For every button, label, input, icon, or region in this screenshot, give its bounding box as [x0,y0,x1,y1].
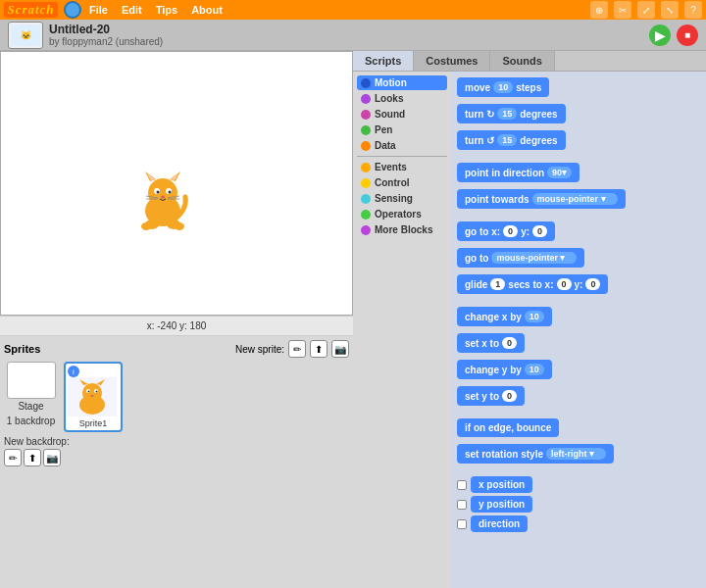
category-motion[interactable]: Motion [357,75,447,90]
y-position-checkbox[interactable] [457,500,467,510]
duplicate-icon[interactable]: ⊕ [590,1,608,19]
menubar: Scratch File Edit Tips About ⊕ ✂ ⤢ ⤡ ? [0,0,706,20]
stage-canvas [0,51,353,316]
stop-button[interactable]: ■ [677,24,698,46]
block-set-y[interactable]: set y to 0 [457,386,525,406]
camera-backdrop-button[interactable]: 📷 [43,449,61,466]
project-title: Untitled-20 [49,23,163,36]
stage-area: x: -240 y: 180 Sprites New sprite: ✏ ⬆ 📷 [0,51,353,588]
menu-tips[interactable]: Tips [150,4,183,16]
block-turn-ccw[interactable]: turn ↺ 15 degrees [457,130,566,150]
block-point-direction[interactable]: point in direction 90▾ [457,163,580,182]
grow-icon[interactable]: ⤢ [637,1,655,19]
sprites-panel: Sprites New sprite: ✏ ⬆ 📷 Stage [0,335,353,588]
x-position-label[interactable]: x position [471,476,532,493]
svg-point-3 [148,178,177,208]
block-turn-cw[interactable]: turn ↻ 15 degrees [457,104,566,123]
sprite-name: Sprite1 [68,418,119,428]
sprite-thumbnail [68,377,117,416]
shrink-icon[interactable]: ⤡ [661,1,679,19]
category-pen[interactable]: Pen [357,122,447,137]
svg-point-19 [141,222,151,230]
coords-text: x: -240 y: 180 [147,320,207,331]
block-move[interactable]: move 10 steps [457,77,549,97]
block-if-on-edge[interactable]: if on edge, bounce [457,418,559,437]
new-backdrop-section: New backdrop: ✏ ⬆ 📷 [4,436,349,466]
new-sprite-area: New sprite: ✏ ⬆ 📷 [235,340,349,358]
backdrop-icons: ✏ ⬆ 📷 [4,449,349,466]
block-set-x[interactable]: set x to 0 [457,333,525,353]
globe-icon[interactable] [64,1,81,19]
stage-backdrop: 1 backdrop [4,414,58,428]
category-operators[interactable]: Operators [357,207,447,221]
menu-about[interactable]: About [185,4,228,16]
svg-point-29 [96,391,98,393]
block-change-x[interactable]: change x by 10 [457,307,552,326]
category-data[interactable]: Data [357,138,447,153]
scripts-area: Scripts Costumes Sounds Motion Looks Sou… [353,51,706,588]
block-change-y[interactable]: change y by 10 [457,360,552,379]
scratch-logo: Scratch [4,2,58,18]
svg-marker-25 [96,379,105,385]
block-direction[interactable]: direction [457,515,700,532]
block-y-position[interactable]: y position [457,496,700,513]
blocks-list: move 10 steps turn ↻ 15 degrees turn ↺ 1… [451,72,706,588]
upload-backdrop-button[interactable]: ⬆ [24,449,41,466]
block-goto-target[interactable]: go to mouse-pointer ▾ [457,248,584,268]
category-sound[interactable]: Sound [357,107,447,122]
toolbar: 🐱 Untitled-20 by floppyman2 (unshared) ▶… [0,20,706,51]
scripts-tabs: Scripts Costumes Sounds [353,51,706,72]
cat-sprite [128,170,197,238]
svg-point-23 [82,383,102,403]
tab-sounds[interactable]: Sounds [490,51,554,71]
menu-edit[interactable]: Edit [116,4,148,16]
tab-costumes[interactable]: Costumes [414,51,490,71]
new-sprite-label: New sprite: [235,344,284,355]
list-item[interactable]: i [64,362,123,432]
direction-label[interactable]: direction [471,515,528,532]
category-sensing[interactable]: Sensing [357,191,447,206]
tab-scripts[interactable]: Scripts [353,51,414,71]
help-icon[interactable]: ? [684,1,702,19]
menu-file[interactable]: File [83,4,114,16]
sprites-header: Sprites New sprite: ✏ ⬆ 📷 [4,340,349,358]
svg-point-28 [88,391,90,393]
upload-sprite-button[interactable]: ⬆ [310,340,328,358]
svg-rect-21 [12,366,51,395]
block-glide[interactable]: glide 1 secs to x: 0 y: 0 [457,274,608,294]
sprite-info-icon[interactable]: i [68,366,79,377]
camera-sprite-button[interactable]: 📷 [331,340,349,358]
svg-point-20 [175,222,184,230]
svg-point-11 [169,191,172,194]
category-events[interactable]: Events [357,160,447,174]
sprites-list: i [64,362,123,432]
block-rotation-style[interactable]: set rotation style left-right ▾ [457,444,614,464]
main-area: x: -240 y: 180 Sprites New sprite: ✏ ⬆ 📷 [0,51,706,588]
project-author: by floppyman2 (unshared) [49,36,163,47]
blocks-container: Motion Looks Sound Pen Data Events [353,72,706,588]
svg-text:🐱: 🐱 [21,29,32,41]
category-looks[interactable]: Looks [357,91,447,106]
sprites-label: Sprites [4,343,40,355]
svg-point-12 [161,196,165,199]
svg-marker-24 [79,379,88,385]
green-flag-button[interactable]: ▶ [649,24,671,46]
svg-point-10 [157,191,160,194]
project-icon: 🐱 [8,22,43,49]
direction-checkbox[interactable] [457,519,467,529]
category-more[interactable]: More Blocks [357,222,447,237]
paint-sprite-button[interactable]: ✏ [288,340,306,358]
y-position-label[interactable]: y position [471,496,532,513]
new-backdrop-label: New backdrop: [4,436,349,447]
category-control[interactable]: Control [357,175,447,190]
project-info: Untitled-20 by floppyman2 (unshared) [49,23,163,47]
blocks-palette: Motion Looks Sound Pen Data Events [353,72,451,588]
x-position-checkbox[interactable] [457,480,467,490]
paint-backdrop-button[interactable]: ✏ [4,449,22,466]
coords-bar: x: -240 y: 180 [0,316,353,335]
svg-point-30 [91,395,94,397]
block-point-towards[interactable]: point towards mouse-pointer ▾ [457,189,626,209]
block-goto-xy[interactable]: go to x: 0 y: 0 [457,221,555,241]
block-x-position[interactable]: x position [457,476,700,493]
delete-icon[interactable]: ✂ [614,1,631,19]
